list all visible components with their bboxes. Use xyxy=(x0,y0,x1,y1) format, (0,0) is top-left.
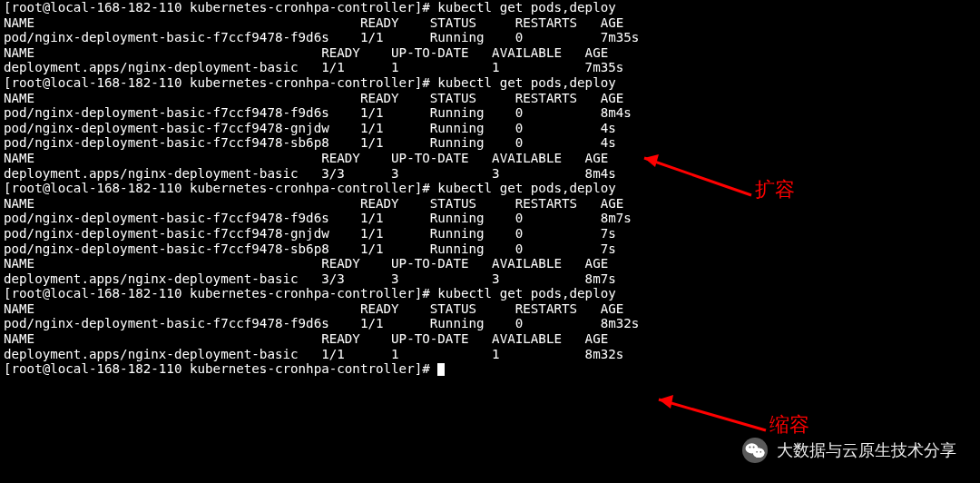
terminal-output: [root@local-168-182-110 kubernetes-cronh… xyxy=(0,0,980,377)
terminal-prompt-line[interactable]: [root@local-168-182-110 kubernetes-cronh… xyxy=(4,361,976,377)
terminal-line: NAME READY UP-TO-DATE AVAILABLE AGE xyxy=(4,45,976,61)
terminal-line: pod/nginx-deployment-basic-f7ccf9478-f9d… xyxy=(4,211,976,226)
wechat-icon xyxy=(742,438,768,463)
svg-marker-3 xyxy=(659,395,673,409)
svg-point-12 xyxy=(760,451,761,453)
terminal-line: pod/nginx-deployment-basic-f7ccf9478-gnj… xyxy=(4,121,976,136)
svg-point-11 xyxy=(756,451,758,453)
svg-line-2 xyxy=(659,399,766,430)
arrow-scale-down xyxy=(659,394,777,443)
svg-point-9 xyxy=(749,447,750,448)
cursor xyxy=(437,363,445,376)
label-scale-down: 缩容 xyxy=(769,418,809,433)
terminal-line: deployment.apps/nginx-deployment-basic 3… xyxy=(4,271,976,287)
terminal-line: pod/nginx-deployment-basic-f7ccf9478-sb6… xyxy=(4,135,976,151)
terminal-line: pod/nginx-deployment-basic-f7ccf9478-f9d… xyxy=(4,105,976,121)
terminal-line: [root@local-168-182-110 kubernetes-cronh… xyxy=(4,286,976,301)
terminal-line: deployment.apps/nginx-deployment-basic 1… xyxy=(4,347,976,362)
terminal-line: pod/nginx-deployment-basic-f7ccf9478-f9d… xyxy=(4,316,976,331)
terminal-line: NAME READY UP-TO-DATE AVAILABLE AGE xyxy=(4,256,976,271)
terminal-line: NAME READY UP-TO-DATE AVAILABLE AGE xyxy=(4,151,976,166)
terminal-line: [root@local-168-182-110 kubernetes-cronh… xyxy=(4,0,976,15)
watermark: 大数据与云原生技术分享 xyxy=(742,438,956,463)
terminal-line: [root@local-168-182-110 kubernetes-cronh… xyxy=(4,181,976,196)
terminal-line: NAME READY UP-TO-DATE AVAILABLE AGE xyxy=(4,331,976,347)
terminal-line: NAME READY STATUS RESTARTS AGE xyxy=(4,196,976,212)
svg-point-10 xyxy=(753,447,755,448)
svg-point-8 xyxy=(753,448,765,458)
watermark-text: 大数据与云原生技术分享 xyxy=(777,443,956,458)
terminal-line: NAME READY STATUS RESTARTS AGE xyxy=(4,91,976,106)
terminal-line: deployment.apps/nginx-deployment-basic 3… xyxy=(4,166,976,182)
terminal-line: pod/nginx-deployment-basic-f7ccf9478-f9d… xyxy=(4,30,976,45)
terminal-line: [root@local-168-182-110 kubernetes-cronh… xyxy=(4,75,976,91)
terminal-line: NAME READY STATUS RESTARTS AGE xyxy=(4,15,976,31)
terminal-line: NAME READY STATUS RESTARTS AGE xyxy=(4,301,976,317)
terminal-line: pod/nginx-deployment-basic-f7ccf9478-sb6… xyxy=(4,242,976,257)
terminal-line: deployment.apps/nginx-deployment-basic 1… xyxy=(4,60,976,75)
terminal-line: pod/nginx-deployment-basic-f7ccf9478-gnj… xyxy=(4,226,976,242)
